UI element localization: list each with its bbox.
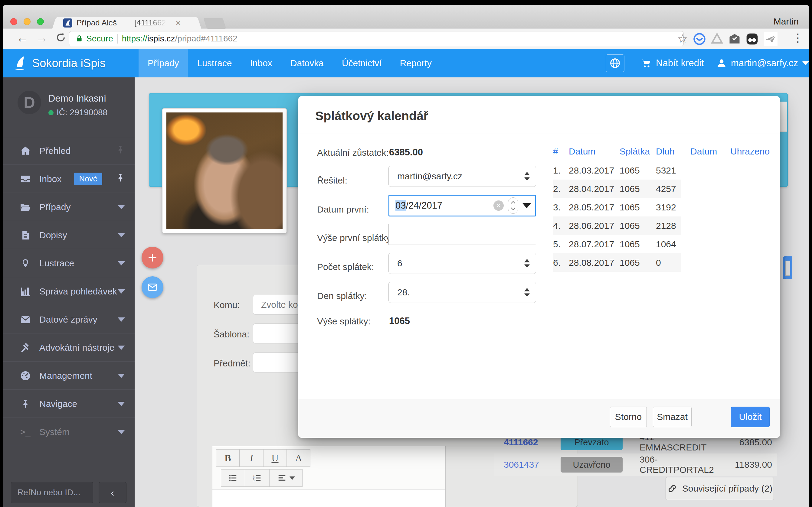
solver-select[interactable]: martin@sarfy.cz: [389, 166, 536, 187]
sidebar-item-sprava-pohledavek[interactable]: Správa pohledávek: [3, 278, 135, 305]
save-button[interactable]: Uložit: [731, 407, 770, 427]
language-globe-button[interactable]: [606, 54, 624, 72]
browser-menu-icon[interactable]: ⋮: [792, 31, 804, 45]
org-name: Demo Inkasní: [48, 93, 106, 104]
case-link[interactable]: 4111662: [494, 437, 561, 447]
url-divider: [117, 34, 118, 44]
delete-button[interactable]: Smazat: [653, 407, 692, 427]
cancel-button[interactable]: Storno: [610, 407, 647, 427]
status-badge: Uzavřeno: [561, 457, 623, 472]
date-stepper[interactable]: [508, 198, 518, 214]
count-select[interactable]: 6: [389, 253, 536, 274]
zoom-window-button[interactable]: [37, 18, 44, 25]
nav-item-pripady[interactable]: Případy: [139, 49, 188, 77]
chevron-down-icon: [118, 402, 125, 406]
bold-button[interactable]: B: [216, 449, 240, 467]
sidebar-item-dopisy[interactable]: Dopisy: [3, 221, 135, 249]
underline-button[interactable]: U: [263, 449, 287, 467]
rich-text-editor[interactable]: B I U A 123: [212, 446, 446, 507]
pin-icon[interactable]: [116, 145, 125, 156]
balance-value: 6385.00: [389, 147, 423, 158]
browser-profile-name[interactable]: Martin: [773, 16, 799, 26]
chevron-down-icon: [118, 205, 125, 209]
credit-button[interactable]: Nabít kredit: [641, 49, 704, 77]
bookmark-star-icon[interactable]: ☆: [677, 32, 688, 46]
sidebar-item-pripady[interactable]: Případy: [3, 193, 135, 221]
sidebar-item-navigace[interactable]: Navigace: [3, 390, 135, 418]
numbered-list-button[interactable]: 123: [245, 469, 269, 487]
payment-calendar-modal: Splátkový kalendář Aktuální zůstatek: 63…: [298, 96, 780, 438]
tab-close-icon[interactable]: ×: [176, 18, 181, 28]
first-date-label: Datum první:: [317, 204, 369, 215]
org-avatar: D: [17, 91, 41, 114]
reload-icon[interactable]: [55, 32, 66, 46]
send-message-button[interactable]: [142, 276, 163, 298]
case-row[interactable]: 3061437 Uzavřeno 306-CREDITPORTAL2 11839…: [494, 453, 777, 476]
extension-pocket-icon[interactable]: [746, 32, 759, 46]
compose-to-label: Komu:: [214, 300, 240, 310]
date-dropdown-icon[interactable]: [522, 203, 531, 208]
pin-icon[interactable]: [116, 173, 125, 184]
debtor-photo[interactable]: [162, 108, 287, 233]
svg-text:3: 3: [253, 479, 254, 482]
nav-item-datovka[interactable]: Datovka: [282, 49, 333, 77]
case-link[interactable]: 3061437: [494, 459, 561, 470]
extension-drive-icon[interactable]: [710, 32, 724, 46]
sidebar-item-datove-zpravy[interactable]: Datové zprávy: [3, 306, 135, 333]
related-cases-button[interactable]: Související případy (2): [666, 477, 774, 500]
url-text[interactable]: https://ispis.cz/pripad#4111662: [122, 34, 238, 44]
gavel-icon: [19, 342, 32, 353]
nav-item-ucetnictvi[interactable]: Účetnictví: [333, 49, 391, 77]
extension-inbox-icon[interactable]: [728, 32, 741, 46]
address-bar[interactable]: Secure https://ispis.cz/pripad#4111662: [69, 31, 684, 46]
sidebar-item-lustrace[interactable]: Lustrace: [3, 249, 135, 277]
account-menu[interactable]: martin@sarfy.cz: [716, 49, 809, 77]
search-input[interactable]: [11, 482, 93, 503]
first-amount-input[interactable]: [389, 224, 536, 245]
case-name: 306-CREDITPORTAL2: [623, 454, 719, 475]
nav-item-inbox[interactable]: Inbox: [241, 49, 281, 77]
font-color-button[interactable]: A: [287, 449, 310, 467]
schedule-row: 3.28.05.201710653192: [553, 198, 681, 217]
link-icon: [667, 484, 677, 494]
app-brand[interactable]: Sokordia iSpis: [12, 49, 106, 77]
extension-paper-plane-icon[interactable]: [764, 32, 777, 46]
nav-item-reporty[interactable]: Reporty: [391, 49, 441, 77]
sidebar-profile[interactable]: D Demo Inkasní IČ: 29190088: [3, 77, 135, 137]
extension-blue-icon[interactable]: [693, 32, 706, 46]
sidebar: D Demo Inkasní IČ: 29190088 Přehled Inbo…: [3, 77, 135, 507]
day-select[interactable]: 28.: [389, 282, 536, 303]
user-icon: [716, 58, 727, 68]
sidebar-item-prehled[interactable]: Přehled: [3, 137, 135, 165]
chevron-down-icon: [118, 430, 125, 434]
chevron-down-icon: [118, 289, 125, 293]
nav-item-lustrace[interactable]: Lustrace: [188, 49, 241, 77]
sidebar-collapse-button[interactable]: ‹: [99, 482, 126, 503]
sidebar-item-system[interactable]: >_ Systém: [3, 418, 135, 446]
tab-title-suffix: [4111662: [134, 18, 166, 27]
clear-date-icon[interactable]: ×: [494, 201, 504, 211]
sidebar-item-inbox[interactable]: Inbox Nové: [3, 165, 135, 193]
editor-body[interactable]: [212, 489, 445, 507]
schedule-header: #DatumSplátkaDluh: [553, 146, 681, 157]
sidebar-item-advokatni-nastroje[interactable]: Advokátní nástroje: [3, 334, 135, 361]
close-window-button[interactable]: [10, 18, 17, 25]
compose-subject-label: Předmět:: [214, 358, 251, 369]
sidebar-item-management[interactable]: Management: [3, 362, 135, 390]
back-icon[interactable]: ←: [16, 31, 29, 45]
first-date-input[interactable]: 03/24/2017 ×: [389, 195, 536, 217]
schedule-row: 5.28.07.201710651064: [553, 235, 681, 253]
envelope-icon: [19, 314, 32, 325]
new-badge: Nové: [74, 173, 102, 185]
browser-tab[interactable]: Případ Aleš [4111662 ×: [58, 17, 195, 29]
italic-button[interactable]: I: [240, 449, 263, 467]
add-button[interactable]: +: [142, 247, 163, 269]
chevron-down-icon: [118, 318, 125, 322]
new-tab-button[interactable]: [203, 18, 226, 29]
minimize-window-button[interactable]: [23, 18, 31, 25]
align-button[interactable]: [269, 469, 303, 487]
bullet-list-button[interactable]: [221, 469, 245, 487]
chevron-down-icon: [118, 233, 125, 237]
forward-icon[interactable]: →: [36, 31, 48, 45]
lock-icon[interactable]: Secure: [75, 34, 113, 44]
